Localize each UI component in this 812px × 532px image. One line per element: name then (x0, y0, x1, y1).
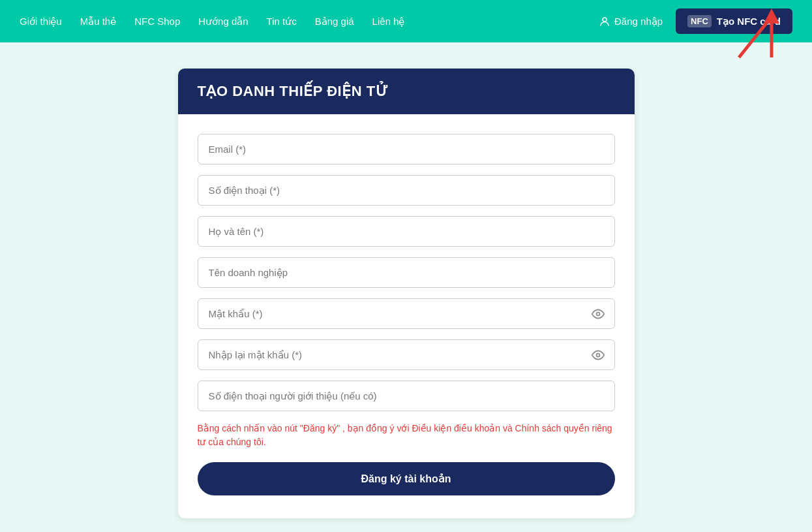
eye-icon (592, 307, 605, 321)
cta-label: Tạo NFC card (717, 16, 781, 27)
create-nfc-button[interactable]: NFC Tạo NFC card (676, 8, 792, 34)
form-body: Bằng cách nhấn vào nút "Đăng ký" , bạn đ… (178, 114, 635, 518)
form-title: TẠO DANH THIẾP ĐIỆN TỬ (198, 83, 615, 100)
svg-point-5 (596, 353, 599, 356)
confirm-password-field-wrapper (198, 339, 615, 370)
nav-item-lien-he[interactable]: Liên hệ (372, 16, 405, 27)
register-button[interactable]: Đăng ký tài khoản (198, 462, 615, 495)
nav-item-huong-dan[interactable]: Hướng dẫn (198, 16, 248, 27)
svg-point-0 (603, 18, 607, 22)
confirm-password-input[interactable] (198, 339, 615, 370)
form-header: TẠO DANH THIẾP ĐIỆN TỬ (178, 69, 635, 114)
svg-point-4 (596, 312, 599, 315)
company-field-wrapper (198, 257, 615, 288)
navbar: Giới thiệu Mẫu thẻ NFC Shop Hướng dẫn Ti… (0, 0, 812, 42)
nav-item-bang-gia[interactable]: Bảng giá (315, 16, 354, 27)
eye-icon-2 (592, 349, 605, 362)
password-input[interactable] (198, 298, 615, 329)
nav-item-nfc-shop[interactable]: NFC Shop (134, 16, 180, 27)
fullname-input[interactable] (198, 216, 615, 247)
nfc-icon: NFC (687, 15, 712, 27)
referral-input[interactable] (198, 381, 615, 411)
email-input[interactable] (198, 134, 615, 164)
phone-field-wrapper (198, 175, 615, 206)
company-input[interactable] (198, 257, 615, 288)
fullname-field-wrapper (198, 216, 615, 247)
nav-item-mau-the[interactable]: Mẫu thẻ (80, 16, 117, 27)
login-link[interactable]: Đăng nhập (599, 16, 663, 27)
password-field-wrapper (198, 298, 615, 329)
referral-field-wrapper (198, 381, 615, 411)
nav-item-gioi-thieu[interactable]: Giới thiệu (20, 16, 62, 27)
nav-item-tin-tuc[interactable]: Tin tức (267, 16, 297, 27)
phone-input[interactable] (198, 175, 615, 206)
email-field-wrapper (198, 134, 615, 164)
password-toggle-button[interactable] (589, 305, 607, 323)
page-content: TẠO DANH THIẾP ĐIỆN TỬ (0, 42, 812, 532)
terms-text: Bằng cách nhấn vào nút "Đăng ký" , bạn đ… (198, 422, 615, 449)
nav-links: Giới thiệu Mẫu thẻ NFC Shop Hướng dẫn Ti… (20, 16, 404, 27)
person-icon (599, 16, 610, 27)
login-label: Đăng nhập (614, 16, 663, 27)
form-card: TẠO DANH THIẾP ĐIỆN TỬ (178, 69, 635, 518)
confirm-password-toggle-button[interactable] (589, 346, 607, 364)
